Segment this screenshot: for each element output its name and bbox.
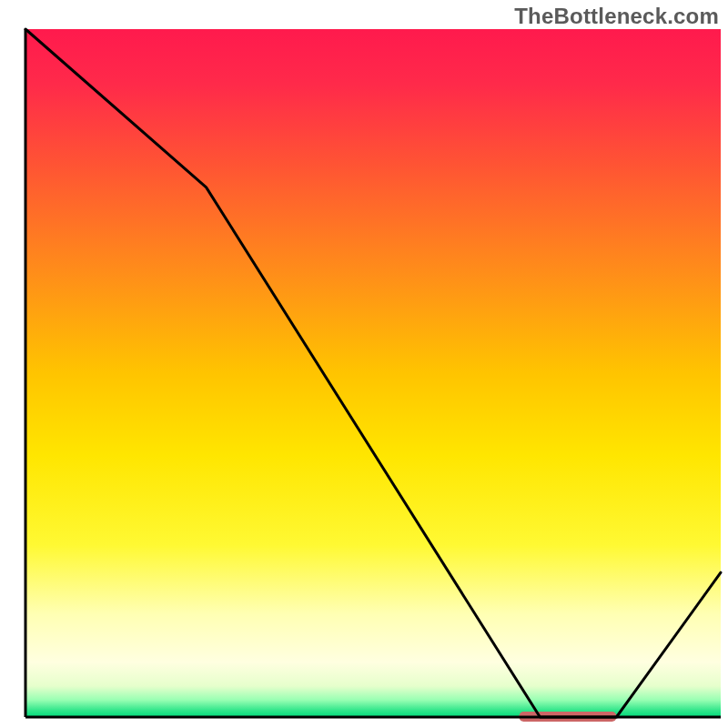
bottleneck-chart (0, 0, 728, 728)
watermark-text: TheBottleneck.com (514, 4, 719, 29)
plot-background (25, 29, 721, 717)
chart-frame: TheBottleneck.com (0, 0, 728, 728)
